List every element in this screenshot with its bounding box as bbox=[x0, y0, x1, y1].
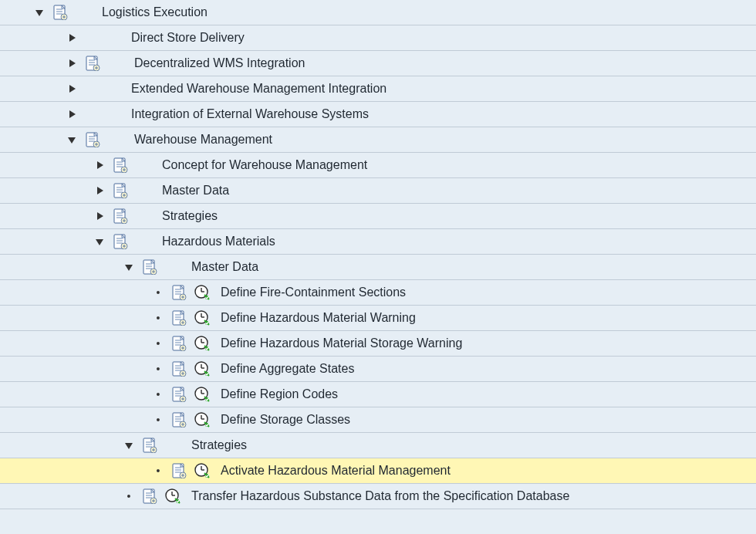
tree-row-strategies-hazmat[interactable]: Strategies bbox=[0, 433, 756, 458]
tree-row-extended-wm-integration[interactable]: Extended Warehouse Management Integratio… bbox=[0, 76, 756, 102]
document-icon bbox=[170, 461, 188, 480]
document-icon bbox=[170, 283, 188, 302]
execute-icon[interactable] bbox=[193, 385, 211, 404]
tree-label: Extended Warehouse Management Integratio… bbox=[127, 82, 386, 96]
expand-toggle-closed-icon[interactable] bbox=[65, 107, 79, 121]
document-icon bbox=[170, 411, 188, 429]
expand-toggle-open-icon[interactable] bbox=[122, 260, 136, 274]
leaf-bullet-icon: • bbox=[151, 363, 165, 375]
tree-row-integration-external-wh[interactable]: Integration of External Warehouse System… bbox=[0, 102, 756, 127]
tree-row-direct-store-delivery[interactable]: Direct Store Delivery bbox=[0, 25, 756, 51]
tree-row-define-storage-classes[interactable]: • Define Storage Classes bbox=[0, 407, 756, 433]
document-icon bbox=[140, 258, 159, 276]
tree-row-concept-wm[interactable]: Concept for Warehouse Management bbox=[0, 153, 756, 178]
document-icon bbox=[83, 130, 102, 149]
tree-label: Strategies bbox=[157, 209, 218, 223]
document-icon bbox=[170, 385, 188, 404]
tree-label: Activate Hazardous Material Management bbox=[216, 464, 451, 478]
document-icon bbox=[111, 156, 130, 174]
execute-icon[interactable] bbox=[164, 487, 182, 505]
tree-label: Strategies bbox=[187, 438, 247, 452]
tree-label: Integration of External Warehouse System… bbox=[127, 107, 369, 121]
tree-label: Define Region Codes bbox=[216, 387, 338, 401]
expand-toggle-open-icon[interactable] bbox=[122, 438, 136, 452]
leaf-bullet-icon: • bbox=[151, 286, 165, 299]
leaf-bullet-icon: • bbox=[151, 312, 165, 324]
document-icon bbox=[111, 232, 130, 251]
tree-label: Define Hazardous Material Storage Warnin… bbox=[216, 336, 462, 350]
tree-label: Define Hazardous Material Warning bbox=[216, 311, 416, 325]
expand-toggle-closed-icon[interactable] bbox=[93, 158, 106, 172]
document-icon bbox=[170, 309, 188, 327]
tree-row-define-hazmat-storage-warning[interactable]: • Define Hazardous Material Storage Warn… bbox=[0, 331, 756, 357]
tree-label: Decentralized WMS Integration bbox=[130, 56, 305, 70]
document-icon bbox=[170, 334, 188, 353]
tree-row-warehouse-management[interactable]: Warehouse Management bbox=[0, 127, 756, 153]
execute-icon[interactable] bbox=[193, 411, 211, 429]
img-tree: Logistics Execution Direct Store Deliver… bbox=[0, 0, 756, 509]
tree-label: Define Storage Classes bbox=[216, 413, 350, 427]
execute-icon[interactable] bbox=[193, 461, 211, 480]
tree-row-define-aggregate-states[interactable]: • Define Aggregate States bbox=[0, 357, 756, 382]
tree-label: Define Aggregate States bbox=[216, 362, 354, 376]
document-icon bbox=[140, 436, 159, 455]
leaf-bullet-icon: • bbox=[122, 490, 136, 502]
leaf-bullet-icon: • bbox=[151, 465, 165, 477]
tree-label: Master Data bbox=[187, 260, 258, 274]
tree-label: Logistics Execution bbox=[97, 5, 208, 19]
expand-toggle-closed-icon[interactable] bbox=[65, 56, 79, 70]
tree-row-master-data-hazmat[interactable]: Master Data bbox=[0, 255, 756, 280]
tree-label: Define Fire-Containment Sections bbox=[216, 286, 406, 299]
document-icon bbox=[111, 207, 130, 225]
leaf-bullet-icon: • bbox=[151, 414, 165, 426]
tree-row-activate-hazmat-mgmt[interactable]: • Activate Hazardous Material Management bbox=[0, 458, 756, 484]
expand-toggle-open-icon[interactable] bbox=[32, 5, 46, 19]
tree-row-strategies-wm[interactable]: Strategies bbox=[0, 204, 756, 229]
expand-toggle-open-icon[interactable] bbox=[65, 133, 79, 147]
tree-row-master-data-wm[interactable]: Master Data bbox=[0, 178, 756, 204]
tree-row-define-fire-containment[interactable]: • Define Fire-Containment Sections bbox=[0, 280, 756, 306]
execute-icon[interactable] bbox=[193, 309, 211, 327]
tree-row-decentralized-wms[interactable]: Decentralized WMS Integration bbox=[0, 51, 756, 76]
tree-label: Hazardous Materials bbox=[157, 235, 275, 248]
tree-row-transfer-hazsub-data[interactable]: • Transfer Hazardous Substance Data from… bbox=[0, 484, 756, 509]
leaf-bullet-icon: • bbox=[151, 388, 165, 400]
execute-icon[interactable] bbox=[193, 283, 211, 302]
expand-toggle-closed-icon[interactable] bbox=[65, 82, 79, 96]
tree-label: Concept for Warehouse Management bbox=[157, 158, 367, 172]
execute-icon[interactable] bbox=[193, 334, 211, 353]
tree-row-logistics-execution[interactable]: Logistics Execution bbox=[0, 0, 756, 25]
expand-toggle-closed-icon[interactable] bbox=[93, 209, 106, 223]
tree-label: Transfer Hazardous Substance Data from t… bbox=[187, 489, 569, 503]
document-icon bbox=[83, 54, 102, 73]
tree-row-hazardous-materials[interactable]: Hazardous Materials bbox=[0, 229, 756, 255]
document-icon bbox=[140, 487, 159, 505]
tree-row-define-region-codes[interactable]: • Define Region Codes bbox=[0, 382, 756, 407]
expand-toggle-open-icon[interactable] bbox=[93, 235, 106, 248]
execute-icon[interactable] bbox=[193, 360, 211, 378]
tree-label: Master Data bbox=[157, 184, 229, 198]
document-icon bbox=[51, 3, 69, 22]
tree-label: Direct Store Delivery bbox=[127, 31, 245, 45]
expand-toggle-closed-icon[interactable] bbox=[65, 31, 79, 45]
tree-label: Warehouse Management bbox=[130, 133, 272, 147]
document-icon bbox=[170, 360, 188, 378]
leaf-bullet-icon: • bbox=[151, 337, 165, 350]
tree-row-define-hazmat-warning[interactable]: • Define Hazardous Material Warning bbox=[0, 306, 756, 331]
expand-toggle-closed-icon[interactable] bbox=[93, 184, 106, 198]
document-icon bbox=[111, 181, 130, 200]
